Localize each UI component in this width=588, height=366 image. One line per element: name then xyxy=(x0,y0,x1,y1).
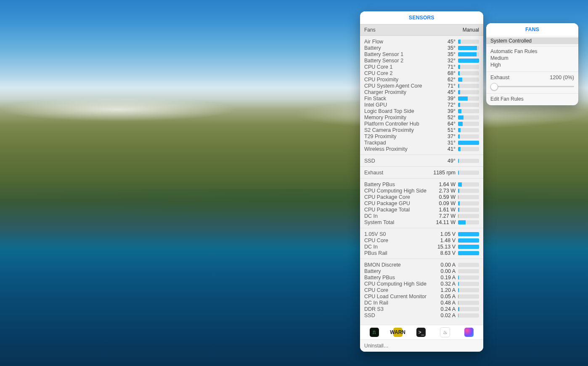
sensor-name: Air Flow xyxy=(364,39,429,45)
sensor-row[interactable]: CPU Core 171° xyxy=(364,64,479,70)
sensor-value: 0.59 W xyxy=(431,194,456,200)
sensor-bar xyxy=(458,90,479,94)
sensor-row[interactable]: PBus Rail8.63 V xyxy=(364,250,479,256)
sensor-row[interactable]: DDR S30.24 A xyxy=(364,306,479,312)
sensor-bar xyxy=(458,245,479,249)
fan-preset-item[interactable]: High xyxy=(486,61,578,68)
fan-mode-label: Fans xyxy=(364,27,376,33)
console-icon[interactable]: WARN xyxy=(393,328,403,337)
sensor-value: 72° xyxy=(431,102,456,108)
sensor-list[interactable]: Air Flow45°Battery35°Battery Sensor 135°… xyxy=(360,36,483,325)
sensor-row[interactable]: SSD0.02 A xyxy=(364,312,479,318)
terminal-icon[interactable]: >_ xyxy=(416,328,426,337)
sensor-row[interactable]: Trackpad31° xyxy=(364,139,479,146)
sensor-row[interactable]: CPU Package Total1.61 W xyxy=(364,206,479,213)
sensor-value: 39° xyxy=(431,96,456,102)
sensor-row[interactable]: Battery Sensor 135° xyxy=(364,51,479,57)
fan-preset-item[interactable]: Automatic Fan Rules xyxy=(486,48,578,55)
color-sync-icon[interactable] xyxy=(464,328,474,337)
sensor-value: 37° xyxy=(431,134,456,139)
sensor-bar xyxy=(458,282,479,286)
sensor-row[interactable]: Wireless Proximity41° xyxy=(364,146,479,152)
sensor-value: 39° xyxy=(431,108,456,114)
sensor-row[interactable]: CPU Computing High Side0.32 A xyxy=(364,281,479,287)
sensor-value: 0.00 A xyxy=(431,268,456,274)
fans-title: FANS xyxy=(486,23,578,36)
sensor-row[interactable]: Logic Board Top Side39° xyxy=(364,108,479,114)
sensor-row[interactable]: Charger Proximity45° xyxy=(364,89,479,95)
sensor-row[interactable]: DC In15.13 V xyxy=(364,243,479,250)
sensor-row[interactable]: Memory Proximity52° xyxy=(364,114,479,120)
system-info-icon[interactable]: ♨ xyxy=(440,327,450,337)
sensor-row[interactable]: S2 Camera Proximity51° xyxy=(364,127,479,133)
sensor-bar xyxy=(458,313,479,318)
fan-mode-row[interactable]: Fans Manual xyxy=(360,24,483,36)
sensor-row[interactable]: Battery PBus0.19 A xyxy=(364,274,479,281)
fan-preset-item[interactable]: Medium xyxy=(486,55,578,61)
sensor-row[interactable]: Fin Stack39° xyxy=(364,95,479,102)
sensor-row[interactable]: System Total14.11 W xyxy=(364,219,479,225)
sensor-row[interactable]: CPU Package GPU0.09 W xyxy=(364,200,479,206)
sensor-group: Air Flow45°Battery35°Battery Sensor 135°… xyxy=(360,36,483,155)
sensor-name: CPU Package Total xyxy=(364,207,429,213)
sensor-bar xyxy=(458,109,479,113)
sensor-value: 14.11 W xyxy=(431,219,456,225)
sensor-value: 1.64 W xyxy=(431,182,456,187)
sensor-row[interactable]: CPU Proximity62° xyxy=(364,76,479,83)
sensor-bar xyxy=(458,208,479,212)
sensor-bar xyxy=(458,182,479,187)
sensor-row[interactable]: Battery PBus1.64 W xyxy=(364,181,479,187)
sensor-bar xyxy=(458,128,479,132)
sensor-row[interactable]: Battery35° xyxy=(364,45,479,51)
sensor-value: 0.02 A xyxy=(431,313,456,318)
sensor-row[interactable]: CPU Load Current Monitor0.05 A xyxy=(364,293,479,299)
sensor-bar xyxy=(458,307,479,311)
sensor-row[interactable]: T29 Proximity37° xyxy=(364,133,479,139)
sensor-bar xyxy=(458,65,479,69)
sensor-bar xyxy=(458,288,479,292)
sensor-row[interactable]: Battery Sensor 232° xyxy=(364,57,479,64)
sensor-value: 0.48 A xyxy=(431,300,456,306)
exhaust-value: 1200 (0%) xyxy=(550,75,574,80)
sensor-name: Intel GPU xyxy=(364,102,429,108)
sensor-value: 0.32 A xyxy=(431,281,456,287)
sensor-row[interactable]: SSD49° xyxy=(364,158,479,164)
slider-knob[interactable] xyxy=(490,83,498,91)
sensor-row[interactable]: Air Flow45° xyxy=(364,38,479,45)
sensor-name: Charger Proximity xyxy=(364,89,429,95)
fan-preset-item[interactable]: System Controlled xyxy=(486,37,578,44)
sensor-row[interactable]: Exhaust1185 rpm xyxy=(364,169,479,176)
fans-panel: FANS System ControlledAutomatic Fan Rule… xyxy=(486,23,578,105)
sensor-row[interactable]: CPU Core1.48 V xyxy=(364,237,479,243)
sensor-value: 71° xyxy=(431,64,456,70)
sensor-row[interactable]: Battery0.00 A xyxy=(364,268,479,274)
sensor-row[interactable]: CPU Computing High Side2.73 W xyxy=(364,187,479,194)
sensor-name: CPU Computing High Side xyxy=(364,188,429,194)
sensor-name: DDR S3 xyxy=(364,306,429,312)
edit-fan-rules-button[interactable]: Edit Fan Rules xyxy=(486,93,578,105)
sensor-row[interactable]: Intel GPU72° xyxy=(364,102,479,108)
sensor-value: 51° xyxy=(431,127,456,133)
fan-preset-list: System ControlledAutomatic Fan RulesMedi… xyxy=(486,36,578,70)
exhaust-label: Exhaust xyxy=(490,75,509,80)
activity-monitor-icon[interactable]: ⎍ xyxy=(370,328,379,337)
sensor-row[interactable]: Platform Controller Hub64° xyxy=(364,120,479,127)
sensor-row[interactable]: DC In7.27 W xyxy=(364,213,479,219)
exhaust-slider[interactable] xyxy=(490,83,574,90)
sensor-name: Battery PBus xyxy=(364,182,429,187)
sensor-row[interactable]: 1.05V S01.05 V xyxy=(364,231,479,237)
sensor-value: 15.13 V xyxy=(431,244,456,250)
sensor-value: 1.61 W xyxy=(431,207,456,213)
sensor-row[interactable]: CPU Core1.20 A xyxy=(364,287,479,293)
sensor-row[interactable]: BMON Discrete0.00 A xyxy=(364,262,479,268)
sensor-row[interactable]: CPU Package Core0.59 W xyxy=(364,194,479,200)
sensor-value: 31° xyxy=(431,140,456,146)
sensor-row[interactable]: CPU Core 268° xyxy=(364,70,479,76)
sensor-name: Wireless Proximity xyxy=(364,146,429,152)
uninstall-button[interactable]: Uninstall… xyxy=(360,339,483,352)
sensor-name: CPU Core 2 xyxy=(364,70,429,76)
sensor-value: 1.48 V xyxy=(431,238,456,243)
sensor-row[interactable]: DC In Rail0.48 A xyxy=(364,299,479,306)
fan-mode-value: Manual xyxy=(463,27,479,33)
sensor-row[interactable]: CPU System Agent Core71° xyxy=(364,83,479,89)
